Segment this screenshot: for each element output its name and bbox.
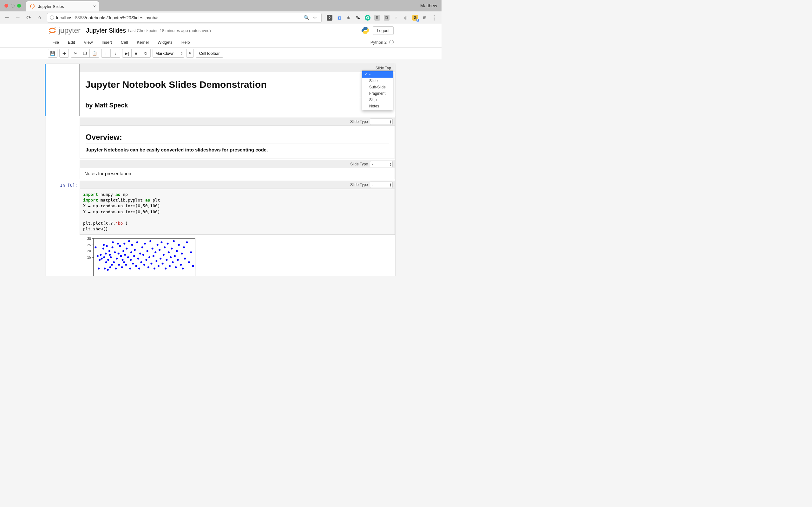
- menu-cell[interactable]: Cell: [116, 38, 132, 47]
- svg-point-65: [140, 262, 142, 263]
- svg-point-21: [104, 268, 106, 270]
- cell-toolbar: Slide Type - ▴▾: [80, 160, 395, 168]
- paste-button[interactable]: 📋: [90, 49, 99, 58]
- dropdown-option-skip[interactable]: Skip: [362, 97, 393, 103]
- cell-markdown-notes[interactable]: Slide Type - ▴▾ Notes for presentation: [46, 160, 395, 179]
- grammarly-icon[interactable]: G: [365, 15, 370, 20]
- browser-tab[interactable]: Jupyter Slides ×: [26, 1, 99, 11]
- svg-point-39: [118, 253, 119, 255]
- reload-button[interactable]: ⟳: [24, 13, 33, 22]
- celltoolbar-button[interactable]: CellToolbar: [196, 49, 223, 58]
- logout-button[interactable]: Logout: [373, 26, 394, 35]
- svg-point-20: [103, 257, 105, 258]
- close-tab-icon[interactable]: ×: [93, 4, 96, 9]
- forward-button[interactable]: →: [13, 13, 22, 22]
- extension-icon[interactable]: r: [393, 15, 399, 20]
- menu-insert[interactable]: Insert: [97, 38, 116, 47]
- close-window-button[interactable]: [4, 4, 8, 8]
- svg-point-72: [148, 267, 149, 268]
- dropdown-option-fragment[interactable]: Fragment: [362, 90, 393, 97]
- menu-edit[interactable]: Edit: [63, 38, 79, 47]
- svg-point-43: [121, 267, 123, 268]
- extension-icon[interactable]: ◊: [327, 15, 333, 20]
- back-button[interactable]: ←: [3, 13, 11, 22]
- command-palette-button[interactable]: ⌘: [186, 49, 194, 58]
- svg-point-108: [186, 241, 188, 243]
- minimize-window-button[interactable]: [11, 4, 14, 8]
- extension-icon[interactable]: ◧: [336, 15, 342, 20]
- dropdown-option-subslide[interactable]: Sub-Slide: [362, 84, 393, 90]
- svg-point-41: [119, 245, 121, 247]
- restart-button[interactable]: ↻: [141, 49, 151, 58]
- slide-type-select[interactable]: - ▴▾: [370, 161, 393, 167]
- svg-point-97: [173, 240, 175, 242]
- bookmark-star-icon[interactable]: ☆: [313, 15, 317, 20]
- notebook-name[interactable]: Jupyter Slides: [86, 27, 126, 34]
- svg-text:30: 30: [87, 237, 91, 240]
- menu-view[interactable]: View: [79, 38, 97, 47]
- slide-type-select[interactable]: - ▴▾: [370, 181, 393, 188]
- code-input[interactable]: import numpy as np import matplotlib.pyp…: [80, 189, 395, 235]
- extension-icon[interactable]: D: [384, 15, 390, 20]
- code-output-chart: 15202530: [80, 235, 395, 276]
- dropdown-option-none[interactable]: -: [362, 71, 393, 78]
- slide-type-value: -: [372, 183, 373, 187]
- svg-point-103: [180, 264, 182, 266]
- insert-cell-button[interactable]: ✚: [59, 49, 69, 58]
- copy-button[interactable]: ❐: [80, 49, 90, 58]
- code-line: plt.plot(X,Y,: [83, 221, 115, 226]
- menu-help[interactable]: Help: [177, 38, 194, 47]
- overview-heading: Overview:: [86, 133, 389, 144]
- dropdown-option-slide[interactable]: Slide: [362, 78, 393, 84]
- svg-point-95: [171, 248, 172, 250]
- home-button[interactable]: ⌂: [35, 13, 44, 22]
- cut-button[interactable]: ✂: [71, 49, 80, 58]
- menu-widgets[interactable]: Widgets: [153, 38, 177, 47]
- svg-point-91: [167, 243, 169, 245]
- dropdown-option-notes[interactable]: Notes: [362, 103, 393, 109]
- svg-point-74: [149, 240, 151, 242]
- site-info-icon[interactable]: ⓘ: [50, 15, 54, 20]
- cell-type-select[interactable]: Markdown ▴▾: [153, 49, 184, 58]
- svg-point-61: [136, 241, 138, 243]
- save-button[interactable]: 💾: [48, 49, 57, 58]
- cell-toolbar: Slide Typ - Slide Sub-Slide Fragment Ski…: [80, 64, 395, 72]
- extension-icon[interactable]: W.: [355, 15, 361, 20]
- cell-markdown-overview[interactable]: Slide Type - ▴▾ Overview: Jupyter Notebo…: [46, 117, 395, 159]
- extension-icon[interactable]: ❀: [346, 15, 351, 20]
- cell-markdown-title[interactable]: Slide Typ - Slide Sub-Slide Fragment Ski…: [46, 64, 395, 116]
- extension-icon[interactable]: ⊞: [422, 15, 427, 20]
- chrome-profile-name[interactable]: Matthew: [420, 3, 437, 8]
- slide-type-select[interactable]: - ▴▾: [370, 118, 393, 125]
- svg-point-59: [134, 249, 136, 251]
- svg-point-54: [130, 259, 132, 261]
- svg-point-104: [181, 253, 183, 255]
- move-up-button[interactable]: ↑: [101, 49, 111, 58]
- menu-file[interactable]: File: [48, 38, 63, 47]
- python-logo-icon: [361, 26, 369, 35]
- zoom-icon[interactable]: 🔍: [304, 15, 310, 20]
- svg-point-13: [97, 255, 99, 257]
- menubar: File Edit View Insert Cell Kernel Widget…: [0, 37, 442, 48]
- kw: as: [115, 192, 120, 197]
- scatter-plot: 15202530: [83, 237, 197, 276]
- slide-type-value: -: [372, 162, 373, 166]
- move-down-button[interactable]: ↓: [111, 49, 120, 58]
- svg-point-18: [102, 248, 104, 250]
- extension-icon[interactable]: G1: [412, 15, 418, 20]
- jupyter-logo[interactable]: jupyter: [48, 26, 81, 35]
- interrupt-button[interactable]: ■: [132, 49, 141, 58]
- svg-point-14: [98, 268, 100, 270]
- cell-code[interactable]: In [6]: Slide Type - ▴▾ import numpy as …: [46, 180, 395, 276]
- chrome-menu-icon[interactable]: ⋮: [432, 15, 437, 20]
- svg-point-2: [49, 33, 50, 34]
- extension-icon[interactable]: ◎: [403, 15, 409, 20]
- run-button[interactable]: ▶|: [122, 49, 132, 58]
- svg-point-98: [174, 255, 176, 257]
- maximize-window-button[interactable]: [17, 4, 21, 8]
- address-bar[interactable]: ⓘ localhost:8888/notebooks/Jupyter%20Sli…: [47, 13, 322, 22]
- svg-point-35: [114, 251, 116, 253]
- cell-prompt: [46, 117, 79, 159]
- menu-kernel[interactable]: Kernel: [132, 38, 153, 47]
- extension-icon[interactable]: ⇈: [374, 15, 380, 20]
